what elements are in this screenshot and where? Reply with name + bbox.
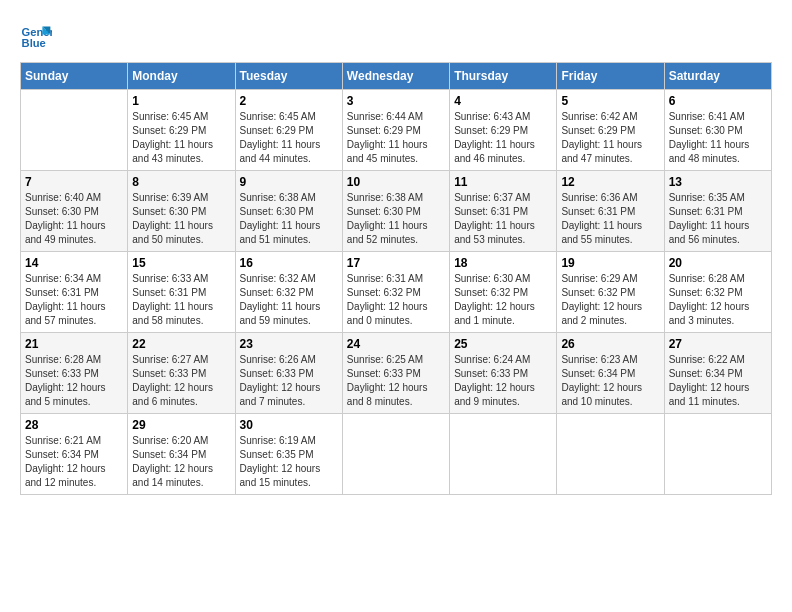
calendar-cell: 16Sunrise: 6:32 AMSunset: 6:32 PMDayligh… — [235, 252, 342, 333]
day-info: Sunrise: 6:26 AMSunset: 6:33 PMDaylight:… — [240, 353, 338, 409]
day-info: Sunrise: 6:28 AMSunset: 6:32 PMDaylight:… — [669, 272, 767, 328]
day-header-friday: Friday — [557, 63, 664, 90]
day-number: 4 — [454, 94, 552, 108]
calendar-header-row: SundayMondayTuesdayWednesdayThursdayFrid… — [21, 63, 772, 90]
day-info: Sunrise: 6:29 AMSunset: 6:32 PMDaylight:… — [561, 272, 659, 328]
day-info: Sunrise: 6:28 AMSunset: 6:33 PMDaylight:… — [25, 353, 123, 409]
svg-text:Blue: Blue — [22, 37, 46, 49]
calendar-cell: 8Sunrise: 6:39 AMSunset: 6:30 PMDaylight… — [128, 171, 235, 252]
calendar-cell: 19Sunrise: 6:29 AMSunset: 6:32 PMDayligh… — [557, 252, 664, 333]
calendar-cell: 17Sunrise: 6:31 AMSunset: 6:32 PMDayligh… — [342, 252, 449, 333]
calendar-cell: 27Sunrise: 6:22 AMSunset: 6:34 PMDayligh… — [664, 333, 771, 414]
day-info: Sunrise: 6:45 AMSunset: 6:29 PMDaylight:… — [240, 110, 338, 166]
day-number: 1 — [132, 94, 230, 108]
day-info: Sunrise: 6:31 AMSunset: 6:32 PMDaylight:… — [347, 272, 445, 328]
calendar-cell: 4Sunrise: 6:43 AMSunset: 6:29 PMDaylight… — [450, 90, 557, 171]
day-info: Sunrise: 6:43 AMSunset: 6:29 PMDaylight:… — [454, 110, 552, 166]
calendar-cell — [450, 414, 557, 495]
calendar-cell: 6Sunrise: 6:41 AMSunset: 6:30 PMDaylight… — [664, 90, 771, 171]
day-info: Sunrise: 6:39 AMSunset: 6:30 PMDaylight:… — [132, 191, 230, 247]
day-info: Sunrise: 6:38 AMSunset: 6:30 PMDaylight:… — [347, 191, 445, 247]
day-number: 16 — [240, 256, 338, 270]
calendar-cell: 30Sunrise: 6:19 AMSunset: 6:35 PMDayligh… — [235, 414, 342, 495]
day-number: 19 — [561, 256, 659, 270]
day-info: Sunrise: 6:33 AMSunset: 6:31 PMDaylight:… — [132, 272, 230, 328]
day-number: 14 — [25, 256, 123, 270]
calendar-cell — [664, 414, 771, 495]
logo-icon: General Blue — [20, 20, 52, 52]
calendar-cell — [21, 90, 128, 171]
day-header-tuesday: Tuesday — [235, 63, 342, 90]
day-number: 3 — [347, 94, 445, 108]
calendar-cell: 10Sunrise: 6:38 AMSunset: 6:30 PMDayligh… — [342, 171, 449, 252]
day-info: Sunrise: 6:19 AMSunset: 6:35 PMDaylight:… — [240, 434, 338, 490]
day-info: Sunrise: 6:24 AMSunset: 6:33 PMDaylight:… — [454, 353, 552, 409]
calendar-cell: 13Sunrise: 6:35 AMSunset: 6:31 PMDayligh… — [664, 171, 771, 252]
day-number: 22 — [132, 337, 230, 351]
day-number: 6 — [669, 94, 767, 108]
day-info: Sunrise: 6:37 AMSunset: 6:31 PMDaylight:… — [454, 191, 552, 247]
day-number: 10 — [347, 175, 445, 189]
day-info: Sunrise: 6:22 AMSunset: 6:34 PMDaylight:… — [669, 353, 767, 409]
calendar-week-row: 7Sunrise: 6:40 AMSunset: 6:30 PMDaylight… — [21, 171, 772, 252]
day-info: Sunrise: 6:34 AMSunset: 6:31 PMDaylight:… — [25, 272, 123, 328]
day-number: 25 — [454, 337, 552, 351]
day-number: 7 — [25, 175, 123, 189]
calendar-cell: 11Sunrise: 6:37 AMSunset: 6:31 PMDayligh… — [450, 171, 557, 252]
calendar-cell: 5Sunrise: 6:42 AMSunset: 6:29 PMDaylight… — [557, 90, 664, 171]
day-number: 23 — [240, 337, 338, 351]
day-info: Sunrise: 6:20 AMSunset: 6:34 PMDaylight:… — [132, 434, 230, 490]
calendar-cell: 28Sunrise: 6:21 AMSunset: 6:34 PMDayligh… — [21, 414, 128, 495]
day-info: Sunrise: 6:36 AMSunset: 6:31 PMDaylight:… — [561, 191, 659, 247]
day-number: 17 — [347, 256, 445, 270]
calendar-week-row: 14Sunrise: 6:34 AMSunset: 6:31 PMDayligh… — [21, 252, 772, 333]
day-number: 24 — [347, 337, 445, 351]
day-header-thursday: Thursday — [450, 63, 557, 90]
page-header: General Blue — [20, 20, 772, 52]
calendar-cell: 1Sunrise: 6:45 AMSunset: 6:29 PMDaylight… — [128, 90, 235, 171]
day-number: 2 — [240, 94, 338, 108]
calendar-cell: 23Sunrise: 6:26 AMSunset: 6:33 PMDayligh… — [235, 333, 342, 414]
day-number: 26 — [561, 337, 659, 351]
calendar-cell — [342, 414, 449, 495]
day-header-monday: Monday — [128, 63, 235, 90]
day-number: 13 — [669, 175, 767, 189]
calendar-cell: 29Sunrise: 6:20 AMSunset: 6:34 PMDayligh… — [128, 414, 235, 495]
calendar-cell: 22Sunrise: 6:27 AMSunset: 6:33 PMDayligh… — [128, 333, 235, 414]
day-info: Sunrise: 6:38 AMSunset: 6:30 PMDaylight:… — [240, 191, 338, 247]
day-header-wednesday: Wednesday — [342, 63, 449, 90]
day-number: 9 — [240, 175, 338, 189]
calendar-week-row: 1Sunrise: 6:45 AMSunset: 6:29 PMDaylight… — [21, 90, 772, 171]
calendar-cell: 15Sunrise: 6:33 AMSunset: 6:31 PMDayligh… — [128, 252, 235, 333]
day-info: Sunrise: 6:40 AMSunset: 6:30 PMDaylight:… — [25, 191, 123, 247]
day-number: 12 — [561, 175, 659, 189]
day-info: Sunrise: 6:41 AMSunset: 6:30 PMDaylight:… — [669, 110, 767, 166]
calendar-cell: 9Sunrise: 6:38 AMSunset: 6:30 PMDaylight… — [235, 171, 342, 252]
calendar-table: SundayMondayTuesdayWednesdayThursdayFrid… — [20, 62, 772, 495]
day-header-saturday: Saturday — [664, 63, 771, 90]
calendar-cell: 21Sunrise: 6:28 AMSunset: 6:33 PMDayligh… — [21, 333, 128, 414]
day-info: Sunrise: 6:30 AMSunset: 6:32 PMDaylight:… — [454, 272, 552, 328]
calendar-cell: 12Sunrise: 6:36 AMSunset: 6:31 PMDayligh… — [557, 171, 664, 252]
calendar-cell: 25Sunrise: 6:24 AMSunset: 6:33 PMDayligh… — [450, 333, 557, 414]
day-number: 21 — [25, 337, 123, 351]
calendar-cell: 26Sunrise: 6:23 AMSunset: 6:34 PMDayligh… — [557, 333, 664, 414]
calendar-cell: 14Sunrise: 6:34 AMSunset: 6:31 PMDayligh… — [21, 252, 128, 333]
day-number: 30 — [240, 418, 338, 432]
calendar-cell: 18Sunrise: 6:30 AMSunset: 6:32 PMDayligh… — [450, 252, 557, 333]
day-info: Sunrise: 6:35 AMSunset: 6:31 PMDaylight:… — [669, 191, 767, 247]
calendar-cell: 24Sunrise: 6:25 AMSunset: 6:33 PMDayligh… — [342, 333, 449, 414]
day-number: 8 — [132, 175, 230, 189]
day-info: Sunrise: 6:25 AMSunset: 6:33 PMDaylight:… — [347, 353, 445, 409]
day-number: 20 — [669, 256, 767, 270]
calendar-week-row: 28Sunrise: 6:21 AMSunset: 6:34 PMDayligh… — [21, 414, 772, 495]
calendar-cell: 20Sunrise: 6:28 AMSunset: 6:32 PMDayligh… — [664, 252, 771, 333]
day-header-sunday: Sunday — [21, 63, 128, 90]
day-number: 18 — [454, 256, 552, 270]
day-number: 28 — [25, 418, 123, 432]
day-number: 27 — [669, 337, 767, 351]
day-info: Sunrise: 6:23 AMSunset: 6:34 PMDaylight:… — [561, 353, 659, 409]
calendar-week-row: 21Sunrise: 6:28 AMSunset: 6:33 PMDayligh… — [21, 333, 772, 414]
logo: General Blue — [20, 20, 52, 52]
calendar-cell: 3Sunrise: 6:44 AMSunset: 6:29 PMDaylight… — [342, 90, 449, 171]
